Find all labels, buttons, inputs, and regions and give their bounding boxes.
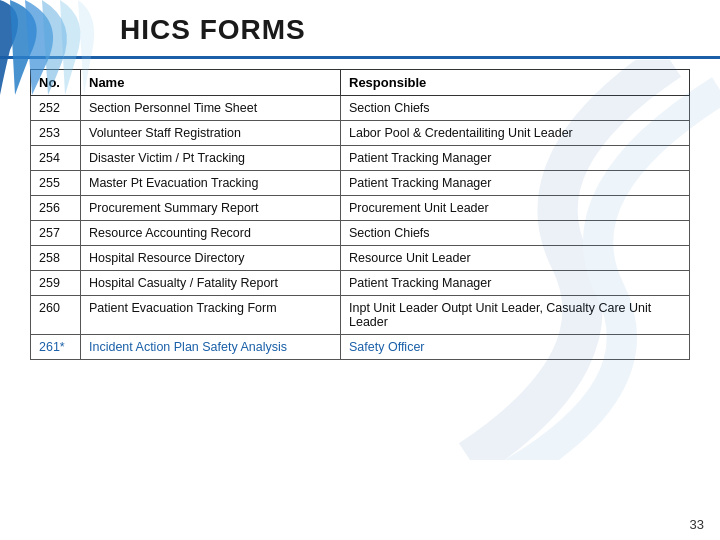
table-row: 257Resource Accounting RecordSection Chi… [31,221,690,246]
table-row: 259Hospital Casualty / Fatality ReportPa… [31,271,690,296]
cell-name: Procurement Summary Report [81,196,341,221]
cell-responsible: Section Chiefs [341,221,690,246]
table-row: 256Procurement Summary ReportProcurement… [31,196,690,221]
cell-name: Resource Accounting Record [81,221,341,246]
table-row: 261*Incident Action Plan Safety Analysis… [31,335,690,360]
cell-name: Hospital Resource Directory [81,246,341,271]
table-row: 255Master Pt Evacuation TrackingPatient … [31,171,690,196]
page-number: 33 [690,517,704,532]
cell-responsible: Safety Officer [341,335,690,360]
cell-name: Disaster Victim / Pt Tracking [81,146,341,171]
table-row: 254Disaster Victim / Pt TrackingPatient … [31,146,690,171]
hics-table: No. Name Responsible 252Section Personne… [30,69,690,360]
table-row: 252Section Personnel Time SheetSection C… [31,96,690,121]
swoosh-decoration [0,0,115,95]
cell-name: Hospital Casualty / Fatality Report [81,271,341,296]
cell-name: Master Pt Evacuation Tracking [81,171,341,196]
cell-no: 261* [31,335,81,360]
table-row: 260Patient Evacuation Tracking FormInpt … [31,296,690,335]
cell-name: Volunteer Staff Registration [81,121,341,146]
cell-no: 260 [31,296,81,335]
cell-no: 255 [31,171,81,196]
cell-responsible: Section Chiefs [341,96,690,121]
cell-no: 253 [31,121,81,146]
col-header-responsible: Responsible [341,70,690,96]
cell-responsible: Procurement Unit Leader [341,196,690,221]
cell-responsible: Labor Pool & Credentailiting Unit Leader [341,121,690,146]
cell-name: Incident Action Plan Safety Analysis [81,335,341,360]
table-row: 253Volunteer Staff RegistrationLabor Poo… [31,121,690,146]
cell-responsible: Patient Tracking Manager [341,171,690,196]
cell-no: 252 [31,96,81,121]
cell-no: 258 [31,246,81,271]
cell-no: 254 [31,146,81,171]
cell-responsible: Patient Tracking Manager [341,146,690,171]
cell-no: 259 [31,271,81,296]
cell-no: 256 [31,196,81,221]
cell-no: 257 [31,221,81,246]
cell-responsible: Inpt Unit Leader Outpt Unit Leader, Casu… [341,296,690,335]
cell-name: Section Personnel Time Sheet [81,96,341,121]
cell-responsible: Resource Unit Leader [341,246,690,271]
page-title: HICS FORMS [120,14,306,46]
cell-name: Patient Evacuation Tracking Form [81,296,341,335]
cell-responsible: Patient Tracking Manager [341,271,690,296]
col-header-name: Name [81,70,341,96]
table-row: 258Hospital Resource DirectoryResource U… [31,246,690,271]
main-content: No. Name Responsible 252Section Personne… [0,59,720,370]
table-header-row: No. Name Responsible [31,70,690,96]
